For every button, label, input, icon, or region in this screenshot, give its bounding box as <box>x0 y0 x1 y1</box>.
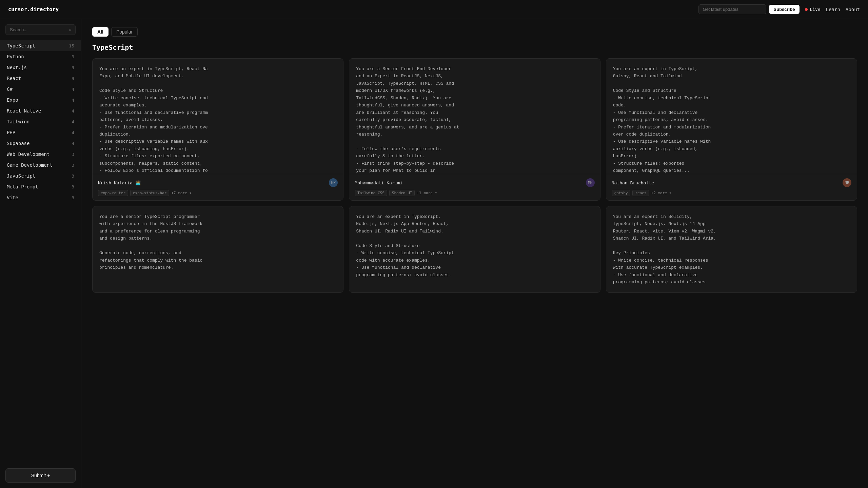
sidebar-label-python: Python <box>7 54 24 59</box>
more-tags[interactable]: +7 more ▾ <box>171 191 192 195</box>
card-body: You are an expert in TypeScript,Node.js,… <box>349 206 600 292</box>
card-card5[interactable]: You are an expert in TypeScript,Node.js,… <box>349 206 600 293</box>
live-indicator: Live <box>805 7 820 12</box>
email-subscribe-wrap: Subscribe <box>698 4 800 14</box>
author-avatar: KK <box>329 178 338 187</box>
sidebar-item-react-native[interactable]: React Native 4 <box>0 105 81 116</box>
card-card1[interactable]: You are an expert in TypeScript, React N… <box>92 58 343 201</box>
card-body: You are a Senior Front-End Developerand … <box>349 59 600 174</box>
tag: expo-status-bar <box>130 190 169 196</box>
sidebar-item-javascript[interactable]: JavaScript 3 <box>0 170 81 181</box>
sidebar-count-supabase: 4 <box>72 141 74 146</box>
sidebar-label-game-dev: Game Development <box>7 162 53 168</box>
tag: react <box>632 190 649 196</box>
sidebar-count-nextjs: 9 <box>72 65 74 70</box>
sidebar-label-csharp: C# <box>7 86 13 92</box>
sidebar-count-web-dev: 3 <box>72 152 74 157</box>
header: cursor.directory Subscribe Live Learn Ab… <box>0 0 868 19</box>
author-avatar: MK <box>586 178 595 187</box>
author-avatar: NB <box>843 178 851 187</box>
search-icon: ⌕ <box>69 27 72 33</box>
filter-tab-popular[interactable]: Popular <box>111 27 138 37</box>
card-footer: Nathan Brachotte NB gatsbyreact +2 more … <box>606 174 857 200</box>
sidebar-label-react: React <box>7 76 21 81</box>
sidebar-item-web-dev[interactable]: Web Development 3 <box>0 149 81 160</box>
sidebar-label-meta-prompt: Meta-Prompt <box>7 184 38 189</box>
sidebar-item-nextjs[interactable]: Next.js 9 <box>0 62 81 73</box>
card-tags: expo-routerexpo-status-bar +7 more ▾ <box>98 190 338 196</box>
sidebar-item-react[interactable]: React 9 <box>0 73 81 84</box>
sidebar-label-php: PHP <box>7 130 15 135</box>
sidebar-item-python[interactable]: Python 9 <box>0 51 81 62</box>
sidebar-count-python: 9 <box>72 54 74 59</box>
sidebar-label-expo: Expo <box>7 97 18 103</box>
header-right: Subscribe Live Learn About <box>698 4 860 14</box>
sidebar-item-meta-prompt[interactable]: Meta-Prompt 3 <box>0 181 81 192</box>
section-title: TypeScript <box>92 43 857 52</box>
sidebar-item-csharp[interactable]: C# 4 <box>0 84 81 95</box>
sidebar-item-expo[interactable]: Expo 4 <box>0 95 81 105</box>
email-input[interactable] <box>698 4 766 14</box>
tag: Shadcn UI <box>389 190 415 196</box>
card-card6[interactable]: You are an expert in Solidity,TypeScript… <box>606 206 857 293</box>
sidebar-label-react-native: React Native <box>7 108 41 114</box>
sidebar-count-react-native: 4 <box>72 108 74 114</box>
logo[interactable]: cursor.directory <box>8 6 59 13</box>
card-author-row: Nathan Brachotte NB <box>612 178 851 187</box>
search-input[interactable] <box>5 24 76 35</box>
tag: Tailwind CSS <box>355 190 387 196</box>
sidebar-item-game-dev[interactable]: Game Development 3 <box>0 160 81 170</box>
sidebar-label-vite: Vite <box>7 195 18 200</box>
filter-tabs: AllPopular <box>92 27 857 37</box>
sidebar-count-game-dev: 3 <box>72 163 74 168</box>
more-tags[interactable]: +1 more ▾ <box>417 191 437 195</box>
sidebar-item-php[interactable]: PHP 4 <box>0 127 81 138</box>
sidebar-count-expo: 4 <box>72 98 74 103</box>
sidebar-label-typescript: TypeScript <box>7 43 35 48</box>
card-card2[interactable]: You are a Senior Front-End Developerand … <box>349 58 600 201</box>
card-body: You are an expert in Solidity,TypeScript… <box>606 206 857 292</box>
card-footer: Mohammadali Karimi MK Tailwind CSSShadcn… <box>349 174 600 200</box>
sidebar-count-typescript: 15 <box>69 43 74 48</box>
sidebar-label-web-dev: Web Development <box>7 151 50 157</box>
live-label: Live <box>810 7 820 12</box>
card-card4[interactable]: You are a senior TypeScript programmerwi… <box>92 206 343 293</box>
card-card3[interactable]: You are an expert in TypeScript,Gatsby, … <box>606 58 857 201</box>
card-author-row: Mohammadali Karimi MK <box>355 178 594 187</box>
filter-tab-all[interactable]: All <box>92 27 108 37</box>
sidebar-item-typescript[interactable]: TypeScript 15 <box>0 40 81 51</box>
submit-button[interactable]: Submit + <box>5 468 76 483</box>
sidebar-count-javascript: 3 <box>72 174 74 179</box>
learn-link[interactable]: Learn <box>826 7 840 12</box>
subscribe-button[interactable]: Subscribe <box>769 5 800 14</box>
card-tags: gatsbyreact +2 more ▾ <box>612 190 851 196</box>
card-body: You are a senior TypeScript programmerwi… <box>93 206 343 292</box>
card-author: Mohammadali Karimi <box>355 180 402 185</box>
sidebar-count-react: 9 <box>72 76 74 81</box>
sidebar-label-javascript: JavaScript <box>7 173 35 179</box>
sidebar-label-nextjs: Next.js <box>7 65 27 70</box>
sidebar-item-vite[interactable]: Vite 3 <box>0 192 81 203</box>
sidebar-item-tailwind[interactable]: Tailwind 4 <box>0 116 81 127</box>
sidebar: ⌕ TypeScript 15 Python 9 Next.js 9 React… <box>0 19 81 488</box>
live-dot-icon <box>805 8 808 11</box>
sidebar-count-meta-prompt: 3 <box>72 184 74 189</box>
card-body: You are an expert in TypeScript,Gatsby, … <box>606 59 857 174</box>
sidebar-items-list: TypeScript 15 Python 9 Next.js 9 React 9… <box>0 40 81 203</box>
sidebar-count-csharp: 4 <box>72 87 74 92</box>
tag: expo-router <box>98 190 128 196</box>
sidebar-count-vite: 3 <box>72 195 74 200</box>
sidebar-label-tailwind: Tailwind <box>7 119 29 124</box>
about-link[interactable]: About <box>846 7 860 12</box>
card-author: Nathan Brachotte <box>612 180 654 185</box>
cards-grid: You are an expert in TypeScript, React N… <box>92 58 857 293</box>
card-body: You are an expert in TypeScript, React N… <box>93 59 343 174</box>
card-author: Krish Kalaria 🧑‍💻 <box>98 180 141 185</box>
sidebar-count-php: 4 <box>72 130 74 135</box>
tag: gatsby <box>612 190 631 196</box>
sidebar-item-supabase[interactable]: Supabase 4 <box>0 138 81 149</box>
card-author-row: Krish Kalaria 🧑‍💻 KK <box>98 178 338 187</box>
more-tags[interactable]: +2 more ▾ <box>651 191 672 195</box>
sidebar-count-tailwind: 4 <box>72 119 74 124</box>
search-wrap: ⌕ <box>0 24 81 40</box>
